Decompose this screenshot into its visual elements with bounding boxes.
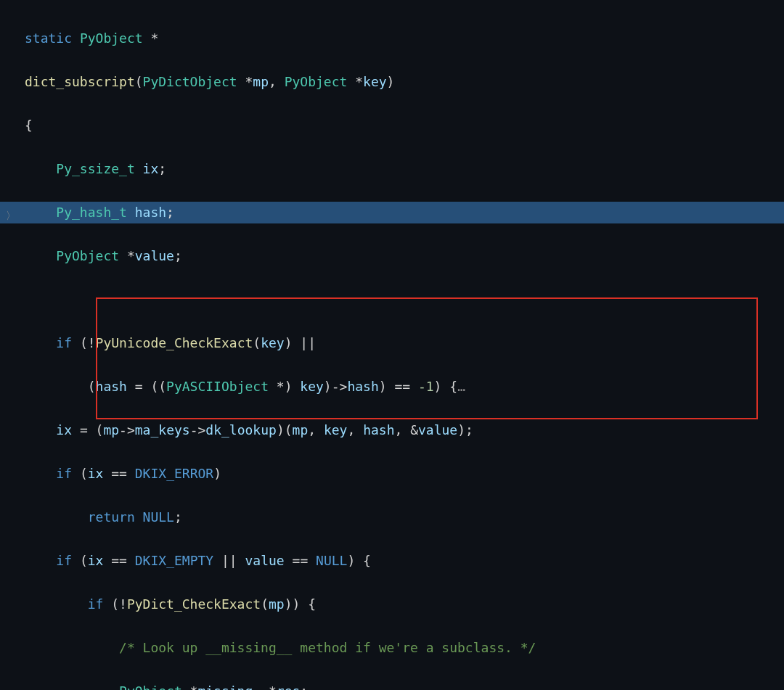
fold-chevron-icon[interactable]: 〉 bbox=[6, 205, 16, 226]
code-line: { bbox=[25, 115, 784, 136]
editor-gutter: 〉 bbox=[0, 0, 22, 690]
code-line: if (ix == DKIX_EMPTY || value == NULL) { bbox=[25, 550, 784, 572]
code-line: if (!PyDict_CheckExact(mp)) { bbox=[25, 594, 784, 615]
code-line bbox=[25, 289, 784, 311]
code-line: return NULL; bbox=[25, 506, 784, 528]
code-line: if (!PyUnicode_CheckExact(key) || bbox=[25, 332, 784, 354]
code-line: /* Look up __missing__ method if we're a… bbox=[25, 637, 784, 659]
code-line: dict_subscript(PyDictObject *mp, PyObjec… bbox=[25, 71, 784, 93]
code-line: static PyObject * bbox=[25, 28, 784, 49]
fold-ellipsis-icon[interactable]: … bbox=[457, 379, 465, 394]
code-line: ix = (mp->ma_keys->dk_lookup)(mp, key, h… bbox=[25, 419, 784, 441]
code-line: PyObject *missing, *res; bbox=[25, 681, 784, 690]
code-line: (hash = ((PyASCIIObject *) key)->hash) =… bbox=[25, 376, 784, 398]
code-line: Py_hash_t hash; bbox=[25, 202, 784, 223]
code-line: if (ix == DKIX_ERROR) bbox=[25, 463, 784, 485]
code-line: Py_ssize_t ix; bbox=[25, 158, 784, 180]
code-line: PyObject *value; bbox=[25, 245, 784, 267]
code-editor[interactable]: static PyObject * dict_subscript(PyDictO… bbox=[25, 6, 784, 690]
